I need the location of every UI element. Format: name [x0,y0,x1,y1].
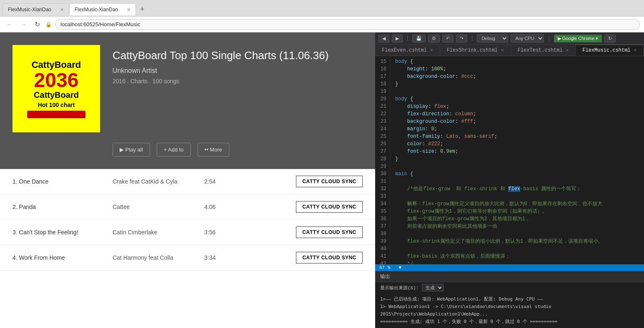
tab-flextest-close[interactable]: × [566,48,569,53]
track4-duration: 3:34 [204,254,238,261]
output-line-1: 1>—— 已启动生成: 项目: WebApplication1, 配置: Deb… [380,296,639,303]
track1-duration: 2:54 [204,178,238,185]
ide-zoom-level: 67 % [379,265,390,270]
output-panel: 输出 显示输出来源(S): 生成 1>—— 已启动生成: 项目: WebAppl… [375,271,644,328]
line-numbers: 1516171819 2021222324 2526272829 3031323… [375,56,390,264]
tab-flextest-label: FlexTest.cshtml [518,47,563,53]
browser-tab-1[interactable]: FlexMusic-XianDao × [3,3,69,15]
tab-flexeven-label: FlexEven.cshtml [382,47,427,53]
toolbar-sep3: | [547,35,550,41]
track4-artist: Cat Harmony feat Colla [113,254,196,261]
ide-run-button[interactable]: ▶ Google Chrome ▾ [554,35,602,42]
main-layout: CattyBoard 2036 CattyBoard Hot 100 chart… [0,32,644,328]
output-line-3: ========== 生成: 成功 1 个，失败 0 个，最新 0 个，跳过 0… [380,318,639,326]
track3-name: 3. Can't Stop the Feeling! [13,229,104,236]
track3-artist: Catin Cimberlake [113,229,196,236]
output-title: 输出 [380,273,390,280]
music-title: CattyBoard Top 100 Single Charts (11.06.… [113,49,328,62]
code-content[interactable]: body { height: 100%; background-color: #… [390,56,644,264]
ide-redo-btn[interactable]: ↷ [456,35,467,42]
address-input[interactable] [55,19,640,30]
track1-artist: Crake feat CatKid & Cyla [113,178,196,185]
tab-flexmusic-close[interactable]: × [634,48,637,53]
track3-duration: 3:56 [204,229,238,236]
ide-save-btn[interactable]: 💾 [412,35,426,42]
ide-config-dropdown[interactable]: Debug Release [477,34,508,42]
music-meta: 2016 . Charts . 100 songs [113,78,328,84]
browser-tab-2[interactable]: FlexMusic-XianDao × [69,3,136,15]
track-row-3[interactable]: 3. Can't Stop the Feeling! Catin Cimberl… [0,220,375,245]
ide-statusbar-indicator: ▼ [398,265,401,270]
ide-tab-flexmusic[interactable]: FlexMusic.cshtml × [576,45,644,56]
tab-flexeven-close[interactable]: × [430,48,433,53]
track-row-2[interactable]: 2. Panda Cattee 4:06 CATTY CLOUD SYNC [0,194,375,220]
ide-tab-flextest[interactable]: FlexTest.cshtml × [511,45,576,56]
track2-name: 2. Panda [13,204,104,210]
tab-flexshrink-close[interactable]: × [501,48,504,53]
ide-statusbar: 67 % ▼ [375,264,644,271]
tab2-label: FlexMusic-XianDao [75,7,118,12]
album-red-bar [27,111,85,118]
ide-refresh-button[interactable]: ↻ [604,35,616,42]
output-line-2: 1> WebApplication1 -> C:\Users\xiandao\d… [380,303,639,318]
output-source-label: 显示输出来源(S): [380,285,418,291]
toolbar-sep2: | [471,35,474,41]
address-bar: ← → ↻ 🔒 [0,16,644,32]
tab1-label: FlexMusic-XianDao [8,7,51,12]
new-tab-button[interactable]: + [136,2,149,16]
output-header: 输出 [375,271,644,282]
track1-sync-button[interactable]: CATTY CLOUD SYNC [296,176,363,187]
ide-tabs: FlexEven.cshtml × FlexShrink.cshtml × Fl… [375,45,644,56]
track-list: 1. One Dance Crake feat CatKid & Cyla 2:… [0,169,375,271]
lock-icon: 🔒 [45,22,52,27]
back-button[interactable]: ← [4,20,15,29]
ide-forward-btn[interactable]: ▶ [392,35,403,42]
track-row-1[interactable]: 1. One Dance Crake feat CatKid & Cyla 2:… [0,169,375,194]
more-button[interactable]: •• More [198,143,229,157]
toolbar-sep1: | [406,35,409,41]
album-art-brand: CattyBoard [34,90,79,100]
track2-artist: Cattee [113,204,196,210]
music-info: CattyBoard Top 100 Single Charts (11.06.… [113,45,328,157]
album-art: CattyBoard 2036 CattyBoard Hot 100 chart [13,45,100,132]
add-to-button[interactable]: + Add to [157,143,191,157]
music-app: CattyBoard 2036 CattyBoard Hot 100 chart… [0,32,375,328]
ide-tab-flexeven[interactable]: FlexEven.cshtml × [375,45,440,56]
track2-duration: 4:06 [204,204,238,210]
forward-button[interactable]: → [18,20,29,29]
tab2-close[interactable]: × [127,6,130,13]
ide-tab-flexshrink[interactable]: FlexShrink.cshtml × [440,45,511,56]
track4-sync-button[interactable]: CATTY CLOUD SYNC [296,252,363,263]
track3-sync-button[interactable]: CATTY CLOUD SYNC [296,226,363,238]
music-header: CattyBoard 2036 CattyBoard Hot 100 chart… [0,32,375,169]
tab-flexmusic-label: FlexMusic.cshtml [582,47,630,53]
code-area[interactable]: 1516171819 2021222324 2526272829 3031323… [375,56,644,264]
tab1-close[interactable]: × [60,6,64,13]
tab-flexshrink-label: FlexShrink.cshtml [447,47,498,53]
refresh-button[interactable]: ↻ [33,20,42,29]
music-artist: Unknown Artist [113,67,328,75]
track4-name: 4. Work From Home [13,254,104,261]
ide-undo-btn[interactable]: ↶ [442,35,454,42]
track-row-4[interactable]: 4. Work From Home Cat Harmony feat Colla… [0,245,375,271]
ide-cpu-dropdown[interactable]: Any CPU [511,34,544,42]
album-art-title: CattyBoard [32,60,81,70]
output-source-select[interactable]: 生成 [422,284,444,291]
track1-name: 1. One Dance [13,178,104,185]
tab-bar: FlexMusic-XianDao × FlexMusic-XianDao × … [0,0,644,16]
play-all-button[interactable]: ▶ Play all [113,143,150,157]
album-art-year: 2036 [34,70,79,90]
output-content: 1>—— 已启动生成: 项目: WebApplication1, 配置: Deb… [375,293,644,328]
browser-chrome: FlexMusic-XianDao × FlexMusic-XianDao × … [0,0,644,32]
ide-toolbar: ◀ ▶ | 💾 ⚙ ↶ ↷ | Debug Release Any CPU | … [375,32,644,45]
ide-back-btn[interactable]: ◀ [378,35,389,42]
track2-sync-button[interactable]: CATTY CLOUD SYNC [296,201,363,213]
output-source-bar: 显示输出来源(S): 生成 [375,282,644,293]
music-actions: ▶ Play all + Add to •• More [113,143,328,157]
ide-build-btn[interactable]: ⚙ [428,35,440,42]
browser-content: CattyBoard 2036 CattyBoard Hot 100 chart… [0,32,375,328]
ide-panel: ◀ ▶ | 💾 ⚙ ↶ ↷ | Debug Release Any CPU | … [375,32,644,328]
album-art-subtitle: Hot 100 chart [38,102,75,108]
